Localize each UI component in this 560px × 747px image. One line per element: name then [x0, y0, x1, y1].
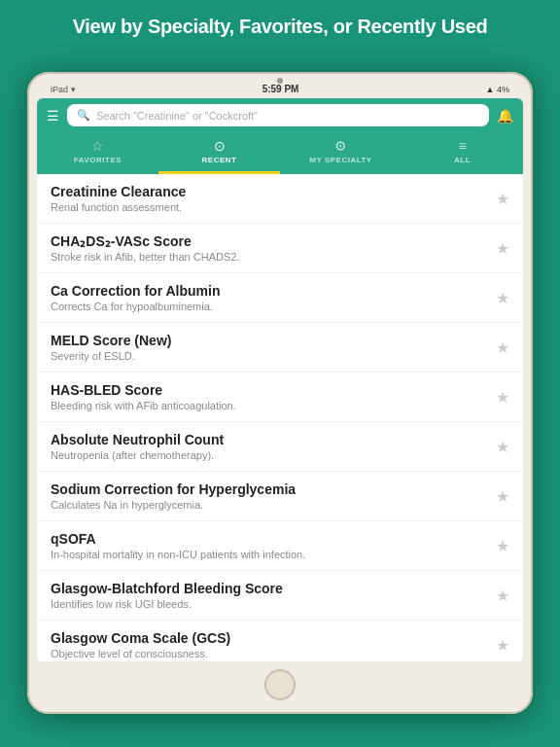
bell-icon[interactable]: 🔔 [497, 108, 513, 124]
list-item[interactable]: Ca Correction for Albumin Corrects Ca fo… [37, 273, 523, 323]
search-icon: 🔍 [77, 109, 90, 122]
tab-all[interactable]: ≡ ALL [402, 132, 523, 174]
list-item-content: Glasgow Coma Scale (GCS) Objective level… [51, 630, 488, 659]
list-item-title: Ca Correction for Albumin [51, 283, 488, 299]
list-item-title: MELD Score (New) [51, 333, 488, 348]
tab-recent[interactable]: ⊙ RECENT [158, 132, 280, 174]
recent-icon: ⊙ [214, 138, 226, 154]
list-item-content: CHA₂DS₂-VASc Score Stroke risk in Afib, … [51, 233, 488, 263]
specialty-icon: ⚙ [334, 138, 347, 154]
star-icon[interactable]: ★ [496, 239, 509, 258]
app-screen: ☰ 🔍 Search "Creatinine" or "Cockcroft" 🔔… [37, 98, 523, 661]
ipad-device: iPad ▾ 5:59 PM ▲ 4% ☰ 🔍 Search "Creatini… [27, 72, 533, 714]
list-item[interactable]: MELD Score (New) Severity of ESLD. ★ [37, 323, 523, 373]
list-item[interactable]: HAS-BLED Score Bleeding risk with AFib a… [37, 373, 523, 422]
list-item-content: MELD Score (New) Severity of ESLD. [51, 333, 488, 362]
list-item[interactable]: Sodium Correction for Hyperglycemia Calc… [37, 472, 523, 521]
search-placeholder: Search "Creatinine" or "Cockcroft" [96, 110, 479, 122]
list-item-subtitle: In-hospital mortality in non-ICU patient… [51, 549, 488, 560]
star-icon[interactable]: ★ [496, 587, 509, 605]
list-item-content: HAS-BLED Score Bleeding risk with AFib a… [51, 382, 488, 411]
list-item-content: Sodium Correction for Hyperglycemia Calc… [51, 481, 488, 511]
star-icon[interactable]: ★ [496, 388, 509, 407]
list-item-content: Creatinine Clearance Renal function asse… [51, 184, 488, 213]
star-icon[interactable]: ★ [496, 289, 509, 307]
list-container: Creatinine Clearance Renal function asse… [37, 174, 523, 661]
list-item-subtitle: Severity of ESLD. [51, 350, 488, 362]
tab-recent-label: RECENT [202, 156, 237, 164]
star-icon[interactable]: ★ [496, 190, 509, 208]
star-icon[interactable]: ★ [496, 338, 509, 357]
tab-favorites-label: FAVORITES [74, 156, 122, 164]
all-icon: ≡ [458, 138, 466, 154]
tab-specialty[interactable]: ⚙ MY SPECIALTY [280, 132, 402, 174]
search-bar[interactable]: 🔍 Search "Creatinine" or "Cockcroft" [67, 104, 489, 126]
list-item-subtitle: Renal function assessment. [51, 201, 488, 213]
list-item-title: qSOFA [51, 531, 488, 547]
tab-all-label: ALL [454, 156, 471, 164]
list-item[interactable]: CHA₂DS₂-VASc Score Stroke risk in Afib, … [37, 224, 523, 273]
tab-specialty-label: MY SPECIALTY [309, 156, 371, 164]
tab-favorites[interactable]: ☆ FAVORITES [37, 132, 158, 174]
list-item-content: Glasgow-Blatchford Bleeding Score Identi… [51, 581, 488, 610]
list-item-content: Absolute Neutrophil Count Neutropenia (a… [51, 432, 488, 461]
camera-dot [277, 78, 283, 84]
favorites-icon: ☆ [91, 138, 104, 154]
list-item-title: HAS-BLED Score [51, 382, 488, 398]
list-item-title: Glasgow-Blatchford Bleeding Score [51, 581, 488, 596]
tab-bar: ☆ FAVORITES ⊙ RECENT ⚙ MY SPECIALTY ≡ AL… [37, 132, 523, 174]
list-item-title: CHA₂DS₂-VASc Score [51, 233, 488, 249]
list-item-subtitle: Calculates Na in hyperglycemia. [51, 499, 488, 511]
list-item-title: Sodium Correction for Hyperglycemia [51, 481, 488, 497]
list-item-title: Glasgow Coma Scale (GCS) [51, 630, 488, 646]
list-item[interactable]: Glasgow-Blatchford Bleeding Score Identi… [37, 571, 523, 621]
nav-bar: ☰ 🔍 Search "Creatinine" or "Cockcroft" 🔔 [37, 98, 523, 132]
star-icon[interactable]: ★ [496, 487, 509, 506]
list-item-content: Ca Correction for Albumin Corrects Ca fo… [51, 283, 488, 312]
device-wrapper: iPad ▾ 5:59 PM ▲ 4% ☰ 🔍 Search "Creatini… [0, 49, 560, 747]
list-item-title: Creatinine Clearance [51, 184, 488, 199]
device-time: 5:59 PM [262, 84, 299, 94]
star-icon[interactable]: ★ [496, 537, 509, 555]
list-item-subtitle: Corrects Ca for hypoalbuminemia. [51, 301, 488, 312]
list-item[interactable]: Glasgow Coma Scale (GCS) Objective level… [37, 621, 523, 661]
list-item[interactable]: Creatinine Clearance Renal function asse… [37, 174, 523, 224]
list-item-content: qSOFA In-hospital mortality in non-ICU p… [51, 531, 488, 560]
list-item[interactable]: Absolute Neutrophil Count Neutropenia (a… [37, 422, 523, 472]
star-icon[interactable]: ★ [496, 636, 509, 655]
device-brand: iPad ▾ [51, 85, 76, 94]
list-item-subtitle: Objective level of consciousness. [51, 648, 488, 659]
list-item-subtitle: Identifies low risk UGI bleeds. [51, 598, 488, 610]
hamburger-icon[interactable]: ☰ [47, 108, 59, 124]
home-button[interactable] [264, 669, 296, 700]
list-item-subtitle: Bleeding risk with AFib anticoagulation. [51, 400, 488, 411]
page-header-title: View by Specialty, Favorites, or Recentl… [53, 0, 508, 49]
list-item[interactable]: qSOFA In-hospital mortality in non-ICU p… [37, 521, 523, 571]
device-status: ▲ 4% [486, 85, 509, 94]
list-item-subtitle: Neutropenia (after chemotherapy). [51, 449, 488, 461]
star-icon[interactable]: ★ [496, 438, 509, 456]
list-item-subtitle: Stroke risk in Afib, better than CHADS2. [51, 251, 488, 263]
list-item-title: Absolute Neutrophil Count [51, 432, 488, 447]
status-bar: iPad ▾ 5:59 PM ▲ 4% [37, 84, 523, 98]
